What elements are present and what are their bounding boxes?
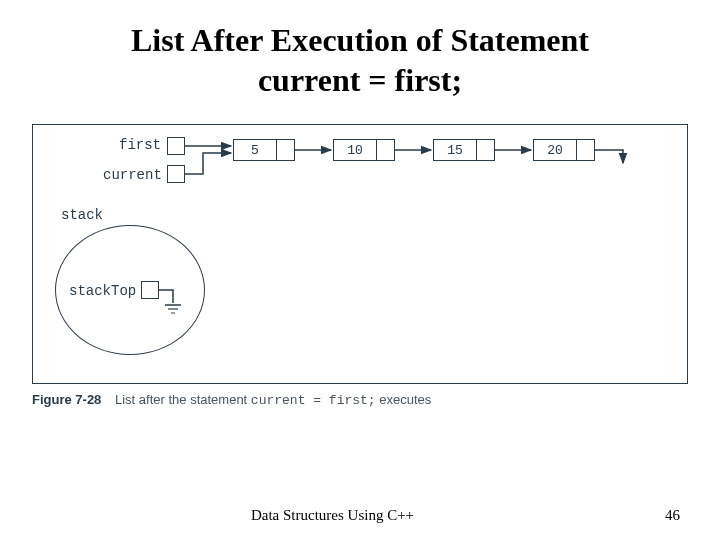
slide-footer: Data Structures Using C++ 46 bbox=[0, 507, 720, 524]
footer-page: 46 bbox=[665, 507, 680, 524]
title-line-2: current = first; bbox=[258, 62, 462, 98]
caption-text-before: List after the statement bbox=[115, 392, 251, 407]
title-line-1: List After Execution of Statement bbox=[131, 22, 589, 58]
caption-code: current = first; bbox=[251, 393, 376, 408]
figure-number: Figure 7-28 bbox=[32, 392, 101, 407]
slide-title: List After Execution of Statement curren… bbox=[0, 20, 720, 100]
arrows-svg bbox=[33, 125, 687, 383]
figure-box: first current stack 5 10 15 20 stackTop bbox=[32, 124, 688, 384]
figure-caption: Figure 7-28 List after the statement cur… bbox=[32, 392, 688, 408]
caption-text-after: executes bbox=[376, 392, 432, 407]
footer-source: Data Structures Using C++ bbox=[0, 507, 665, 524]
